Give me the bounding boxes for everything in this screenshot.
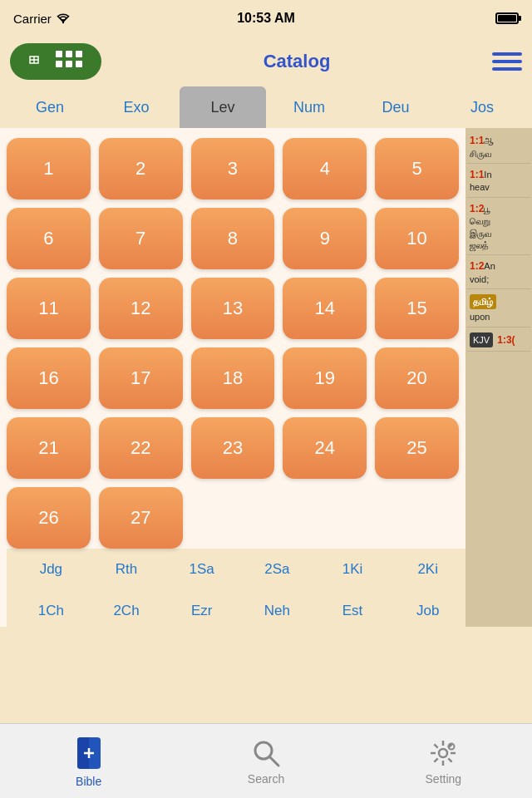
chapter-btn-8[interactable]: 8 (191, 208, 275, 269)
book-est[interactable]: Est (315, 603, 391, 619)
book-job[interactable]: Job (390, 603, 466, 619)
status-battery (495, 12, 519, 24)
svg-rect-6 (76, 51, 82, 57)
chapter-btn-10[interactable]: 10 (375, 208, 459, 269)
wifi-icon (56, 12, 71, 24)
book-2ch[interactable]: 2Ch (89, 603, 165, 619)
tab-lev[interactable]: Lev (180, 86, 266, 128)
main-area: 1234567891011121314151617181920212223242… (0, 128, 532, 627)
tab-bar: Bible Search Setting (0, 723, 532, 798)
chapter-btn-13[interactable]: 13 (191, 278, 275, 339)
side-verse-2: 1:1Inheav (467, 165, 530, 198)
chapter-btn-12[interactable]: 12 (99, 278, 183, 339)
bible-icon (71, 735, 107, 771)
bottom-row2: 1Ch 2Ch Ezr Neh Est Job (13, 590, 466, 627)
catalog-title: Catalog (111, 51, 482, 72)
tab-exo[interactable]: Exo (93, 86, 180, 128)
book-2sa[interactable]: 2Sa (239, 561, 315, 578)
side-verse-5: தமிழ் upon (467, 291, 530, 328)
header: Catalog (0, 37, 532, 86)
chapter-grid: 1234567891011121314151617181920212223242… (7, 138, 459, 549)
bottom-row1: Jdg Rth 1Sa 2Sa 1Ki 2Ki (13, 549, 466, 590)
tab-search[interactable]: Search (177, 724, 354, 798)
tab-bible[interactable]: Bible (0, 724, 177, 798)
svg-point-0 (62, 22, 64, 23)
side-verse-1: 1:1ஆசிருவ (467, 131, 530, 164)
svg-line-20 (449, 758, 452, 761)
book-neh[interactable]: Neh (239, 603, 315, 619)
status-time: 10:53 AM (237, 11, 295, 26)
chapter-btn-14[interactable]: 14 (283, 278, 367, 339)
book-tabs: Gen Exo Lev Num Deu Jos (0, 86, 532, 128)
book-rth[interactable]: Rth (89, 561, 165, 578)
svg-rect-4 (56, 51, 62, 57)
svg-point-14 (439, 749, 447, 757)
side-panel: 1:1ஆசிருவ 1:1Inheav 1:2பூவெறுஇருவஜலத் 1:… (466, 128, 532, 627)
chapter-btn-4[interactable]: 4 (283, 138, 367, 200)
logo-tree-icon (28, 50, 52, 73)
chapter-btn-16[interactable]: 16 (7, 347, 91, 409)
chapter-btn-17[interactable]: 17 (99, 347, 183, 409)
chapter-btn-22[interactable]: 22 (99, 417, 183, 479)
svg-line-19 (435, 744, 438, 747)
chapter-btn-24[interactable]: 24 (283, 417, 367, 479)
book-2ki[interactable]: 2Ki (390, 561, 466, 578)
chapter-btn-15[interactable]: 15 (375, 278, 459, 339)
search-icon (250, 737, 282, 769)
svg-rect-5 (66, 51, 72, 57)
tab-bible-label: Bible (76, 775, 101, 788)
status-carrier: Carrier (13, 12, 71, 26)
chapter-btn-6[interactable]: 6 (7, 208, 91, 269)
chapter-btn-1[interactable]: 1 (7, 138, 91, 200)
chapter-btn-9[interactable]: 9 (283, 208, 367, 269)
book-jdg[interactable]: Jdg (13, 561, 89, 578)
bottom-books: Jdg Rth 1Sa 2Sa 1Ki 2Ki 1Ch 2Ch Ezr Neh … (7, 549, 466, 627)
hamburger-menu-icon[interactable] (492, 52, 522, 71)
svg-rect-9 (76, 61, 82, 67)
side-verse-3: 1:2பூவெறுஇருவஜலத் (467, 200, 530, 255)
svg-rect-8 (66, 61, 72, 67)
chapter-btn-23[interactable]: 23 (191, 417, 275, 479)
chapter-btn-2[interactable]: 2 (99, 138, 183, 200)
side-verse-6: KJV 1:3( (467, 329, 530, 352)
tab-setting[interactable]: Setting (355, 724, 532, 798)
svg-rect-7 (56, 61, 62, 67)
svg-line-22 (435, 758, 438, 761)
chapter-grid-area: 1234567891011121314151617181920212223242… (0, 128, 466, 627)
chapter-btn-25[interactable]: 25 (375, 417, 459, 479)
chapter-btn-21[interactable]: 21 (7, 417, 91, 479)
book-1ch[interactable]: 1Ch (13, 603, 89, 619)
tab-gen[interactable]: Gen (7, 86, 93, 128)
chapter-btn-11[interactable]: 11 (7, 278, 91, 339)
chapter-btn-5[interactable]: 5 (375, 138, 459, 200)
chapter-btn-7[interactable]: 7 (99, 208, 183, 269)
side-verse-4: 1:2Anvoid; (467, 257, 530, 289)
settings-icon (427, 737, 459, 769)
chapter-btn-26[interactable]: 26 (7, 487, 91, 549)
chapter-btn-18[interactable]: 18 (191, 347, 275, 409)
tab-num[interactable]: Num (266, 86, 352, 128)
tab-deu[interactable]: Deu (352, 86, 439, 128)
chapter-btn-19[interactable]: 19 (283, 347, 367, 409)
tab-search-label: Search (248, 772, 284, 786)
app-logo[interactable] (10, 43, 101, 80)
book-1sa[interactable]: 1Sa (164, 561, 239, 578)
book-ezr[interactable]: Ezr (164, 603, 239, 619)
status-bar: Carrier 10:53 AM (0, 0, 532, 37)
chapter-btn-20[interactable]: 20 (375, 347, 459, 409)
tab-jos[interactable]: Jos (439, 86, 525, 128)
tab-setting-label: Setting (426, 772, 462, 786)
logo-grid-icon (55, 50, 83, 73)
book-1ki[interactable]: 1Ki (315, 561, 391, 578)
chapter-btn-3[interactable]: 3 (191, 138, 275, 200)
svg-line-13 (269, 756, 278, 766)
chapter-btn-27[interactable]: 27 (99, 487, 183, 549)
